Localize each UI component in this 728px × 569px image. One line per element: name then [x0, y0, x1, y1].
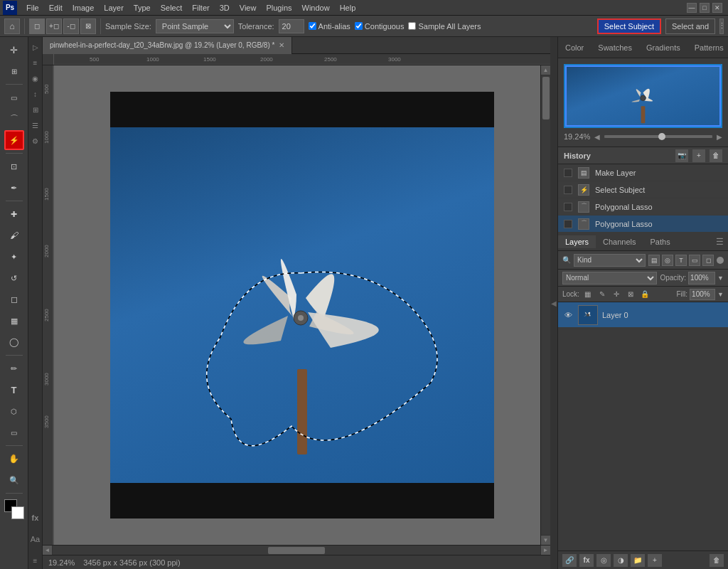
- new-group-button[interactable]: 📁: [631, 554, 645, 567]
- canvas-close-icon[interactable]: ✕: [279, 41, 284, 49]
- scroll-down-arrow[interactable]: ▼: [541, 535, 551, 545]
- side-icon-1[interactable]: ▷: [30, 41, 41, 53]
- layer-visibility-icon[interactable]: 👁: [562, 309, 574, 321]
- side-icon-fx[interactable]: fx: [30, 512, 41, 523]
- history-item[interactable]: ⌒ Polygonal Lasso: [558, 198, 728, 216]
- menu-file[interactable]: File: [21, 2, 44, 14]
- fill-chevron[interactable]: ▼: [717, 291, 724, 298]
- opacity-input[interactable]: [688, 272, 715, 284]
- filter-smart-icon[interactable]: ◻: [702, 255, 714, 266]
- minimize-button[interactable]: —: [687, 3, 697, 13]
- close-button[interactable]: ✕: [712, 3, 722, 13]
- horizontal-scrollbar[interactable]: ◄ ►: [43, 545, 550, 555]
- eraser-tool[interactable]: ◻: [4, 289, 24, 309]
- menu-filter[interactable]: Filter: [187, 2, 214, 14]
- layer-item[interactable]: 👁 Layer 0: [558, 302, 728, 328]
- side-icon-7[interactable]: ⚙: [30, 135, 41, 147]
- add-selection-icon[interactable]: +◻: [46, 18, 62, 34]
- menu-help[interactable]: Help: [335, 2, 361, 14]
- history-item[interactable]: ⚡ Select Subject: [558, 181, 728, 198]
- menu-image[interactable]: Image: [68, 2, 100, 14]
- pen-tool[interactable]: ✏: [4, 358, 24, 378]
- healing-tool[interactable]: ✚: [4, 204, 24, 224]
- gradient-tool[interactable]: ▦: [4, 311, 24, 331]
- color-swatches[interactable]: [4, 499, 24, 519]
- lock-image-icon[interactable]: ✎: [596, 289, 608, 300]
- layers-tab-menu-icon[interactable]: ☰: [716, 237, 724, 247]
- fill-input[interactable]: [690, 289, 715, 300]
- h-scroll-thumb[interactable]: [268, 547, 325, 554]
- crop-tool[interactable]: ⊡: [4, 156, 24, 176]
- side-icon-5[interactable]: ⊞: [30, 104, 41, 115]
- home-icon[interactable]: ⌂: [4, 18, 20, 34]
- background-color[interactable]: [11, 506, 24, 519]
- scroll-up-arrow[interactable]: ▲: [541, 65, 551, 75]
- restore-button[interactable]: □: [700, 3, 710, 13]
- tab-color[interactable]: Color: [558, 41, 591, 55]
- options-bar-handle[interactable]: ⋮: [719, 18, 724, 34]
- new-layer-button[interactable]: +: [648, 554, 662, 567]
- delete-layer-button[interactable]: 🗑: [710, 554, 724, 567]
- filter-pixel-icon[interactable]: ▤: [648, 255, 660, 266]
- side-icon-aa[interactable]: Aa: [30, 533, 41, 545]
- filter-toggle-circle[interactable]: [717, 257, 724, 264]
- side-icon-2[interactable]: ≡: [30, 57, 41, 68]
- scroll-thumb[interactable]: [542, 77, 550, 119]
- filter-adjustment-icon[interactable]: ◎: [662, 255, 673, 266]
- panel-collapse-strip[interactable]: ◀: [550, 37, 557, 569]
- layer-filter-select[interactable]: Kind: [574, 254, 646, 267]
- stamp-tool[interactable]: ✦: [4, 247, 24, 267]
- anti-alias-checkbox[interactable]: [309, 22, 316, 30]
- vertical-scrollbar[interactable]: ▲ ▼: [540, 65, 550, 545]
- new-adjustment-button[interactable]: ◑: [614, 554, 628, 567]
- eyedropper-tool[interactable]: ✒: [4, 178, 24, 198]
- filter-shape-icon[interactable]: ▭: [689, 255, 700, 266]
- marquee-tool[interactable]: ▭: [4, 87, 24, 107]
- menu-3d[interactable]: 3D: [215, 2, 235, 14]
- history-create-layer[interactable]: +: [692, 149, 705, 162]
- side-icon-3[interactable]: ◉: [30, 73, 41, 84]
- tab-paths[interactable]: Paths: [643, 235, 678, 248]
- select-subject-button[interactable]: Select Subject: [597, 18, 661, 34]
- menu-layer[interactable]: Layer: [99, 2, 129, 14]
- menu-window[interactable]: Window: [297, 2, 335, 14]
- sample-all-checkbox[interactable]: [408, 22, 416, 30]
- new-selection-icon[interactable]: ◻: [29, 18, 45, 34]
- lock-transparent-icon[interactable]: ▦: [582, 289, 594, 300]
- contiguous-checkbox[interactable]: [355, 22, 363, 30]
- move-tool[interactable]: ✛: [4, 40, 24, 60]
- menu-type[interactable]: Type: [129, 2, 156, 14]
- dodge-tool[interactable]: ◯: [4, 332, 24, 352]
- select-and-button[interactable]: Select and: [665, 18, 715, 34]
- menu-view[interactable]: View: [235, 2, 262, 14]
- subtract-selection-icon[interactable]: -◻: [63, 18, 79, 34]
- add-layer-style-button[interactable]: fx: [579, 554, 594, 567]
- canvas-viewport[interactable]: ▲ ▼: [54, 65, 550, 545]
- history-item-selected[interactable]: ⌒ Polygonal Lasso: [558, 216, 728, 233]
- history-delete[interactable]: 🗑: [710, 149, 722, 162]
- side-icon-bottom[interactable]: ≡: [30, 555, 41, 566]
- tab-swatches[interactable]: Swatches: [591, 41, 639, 55]
- tab-patterns[interactable]: Patterns: [687, 41, 728, 55]
- lock-position-icon[interactable]: ✛: [611, 289, 622, 300]
- scroll-left-arrow[interactable]: ◄: [43, 546, 53, 555]
- tab-layers[interactable]: Layers: [558, 235, 596, 248]
- lasso-tool[interactable]: ⌒: [4, 109, 24, 129]
- hand-tool[interactable]: ✋: [4, 449, 24, 469]
- scroll-right-arrow[interactable]: ►: [540, 546, 550, 555]
- zoom-tool[interactable]: 🔍: [4, 470, 24, 490]
- blend-mode-select[interactable]: Normal: [562, 272, 657, 284]
- text-tool[interactable]: T: [4, 380, 24, 400]
- history-brush-tool[interactable]: ↺: [4, 268, 24, 288]
- lock-all-icon[interactable]: 🔒: [639, 289, 651, 300]
- menu-plugins[interactable]: Plugins: [261, 2, 296, 14]
- canvas-tab[interactable]: pinwheel-in-a-perfect-day_t20_34aBrw.jpg…: [43, 37, 292, 54]
- shape-tool[interactable]: ▭: [4, 422, 24, 442]
- artboard-tool[interactable]: ⊞: [4, 61, 24, 81]
- filter-type-icon[interactable]: T: [675, 255, 687, 266]
- menu-edit[interactable]: Edit: [44, 2, 68, 14]
- add-mask-button[interactable]: ◎: [596, 554, 611, 567]
- path-selection-tool[interactable]: ⬡: [4, 401, 24, 421]
- intersect-selection-icon[interactable]: ⊠: [80, 18, 96, 34]
- opacity-chevron[interactable]: ▼: [717, 275, 724, 282]
